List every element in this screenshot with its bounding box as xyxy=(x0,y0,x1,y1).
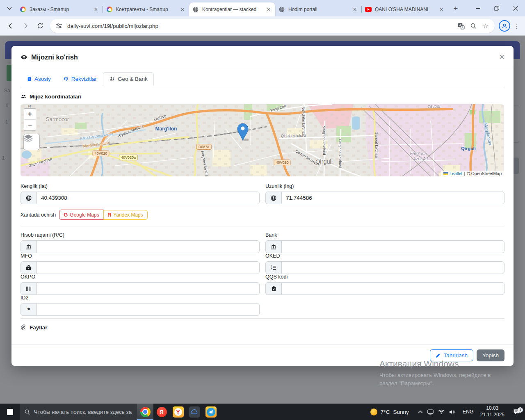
tab-close-icon[interactable]: × xyxy=(265,6,272,13)
tab-close-icon[interactable]: × xyxy=(352,6,358,13)
field-qqs: QQS kodi xyxy=(265,274,504,295)
zoom-icon[interactable] xyxy=(469,22,477,30)
leaflet-link[interactable]: Leaflet xyxy=(450,171,463,176)
site-settings-icon[interactable] xyxy=(55,22,63,30)
longitude-input[interactable] xyxy=(281,192,504,204)
youtube-favicon xyxy=(365,6,372,13)
tab-close-icon[interactable]: × xyxy=(93,6,99,13)
tab-rekvizitlar[interactable]: Rekvizitlar xyxy=(57,72,103,86)
taskbar-weather[interactable]: 7°C Sunny xyxy=(365,409,414,415)
browser-tab-kontragentlar-active[interactable]: Kontragentlar — stacked × xyxy=(189,2,275,16)
okpo-input[interactable] xyxy=(37,282,260,295)
globe-favicon xyxy=(192,6,199,13)
browser-tab-kontragenty[interactable]: Контрагенты - Smartup × xyxy=(103,2,189,16)
account-number-input[interactable] xyxy=(37,240,260,253)
wifi-icon[interactable] xyxy=(438,409,445,414)
field-id2: ID2 * xyxy=(21,295,260,316)
zoom-out-button[interactable]: − xyxy=(24,120,36,130)
reload-button[interactable] xyxy=(34,19,47,32)
map-layers-button[interactable] xyxy=(23,134,40,150)
bank-input[interactable] xyxy=(281,240,504,253)
dimmed-table-text: 1- xyxy=(2,155,7,161)
taskbar-clock[interactable]: 10:03 21.11.2025 xyxy=(477,405,508,418)
weather-desc: Sunny xyxy=(393,409,409,415)
taskbar-search[interactable]: Чтобы начать поиск, введите здесь запрос xyxy=(20,404,137,420)
volume-icon[interactable] xyxy=(449,409,455,415)
tab-search-chevron-icon[interactable] xyxy=(4,3,15,14)
clipboard-icon xyxy=(27,76,32,82)
action-center-button[interactable]: 1 xyxy=(508,409,525,415)
new-tab-button[interactable]: + xyxy=(450,3,461,14)
field-okpo: OKPO xyxy=(21,274,260,295)
edit-button[interactable]: Tahrirlash xyxy=(430,349,473,361)
open-in-maps-label: Xaritada ochish xyxy=(21,212,56,218)
translate-icon[interactable]: A文 xyxy=(457,22,465,30)
id2-input[interactable] xyxy=(37,303,260,316)
map-attribution: Leaflet | © OpenStreetMap xyxy=(441,171,504,176)
map-label: Marg'ilon ko'chasi xyxy=(322,126,326,155)
bank-icon xyxy=(265,240,281,253)
osm-link[interactable]: © OpenStreetMap xyxy=(467,171,502,176)
address-bar[interactable]: daily-suvi.com/19l/public/mijozlar.php A… xyxy=(50,19,495,33)
tab-close-icon[interactable]: × xyxy=(179,6,186,13)
map-label: kochasi xyxy=(153,114,167,122)
google-maps-label: Google Maps xyxy=(70,212,99,218)
yandex-search-icon: Y xyxy=(173,406,184,418)
field-latitude: Kenglik (lat) xyxy=(21,183,260,204)
browser-tab-hodim[interactable]: Hodim portali × xyxy=(275,2,361,16)
oked-input[interactable] xyxy=(281,261,504,274)
latitude-input[interactable] xyxy=(37,192,260,204)
field-label: Uzunlik (lng) xyxy=(265,183,504,189)
zoom-in-button[interactable]: + xyxy=(24,109,36,120)
browser-tab-zakazy[interactable]: Заказы - Smartup × xyxy=(16,2,103,16)
modal-close-icon[interactable]: × xyxy=(499,52,504,62)
field-label: ID2 xyxy=(21,295,260,301)
users-icon xyxy=(109,76,115,82)
browser-tab-youtube[interactable]: QANI O'SHA MADINANI × xyxy=(362,2,448,16)
map-label: Qo'qon ko'chasi xyxy=(294,149,319,166)
taskbar-chrome[interactable] xyxy=(137,404,153,420)
taskbar-telegram[interactable] xyxy=(203,404,219,420)
browser-menu-icon[interactable]: ⋮ xyxy=(512,22,522,30)
field-mfo: MFO xyxy=(21,253,260,274)
window-controls xyxy=(468,0,525,16)
yandex-maps-button[interactable]: Я Yandex Maps xyxy=(103,210,148,220)
map-label: Neftchilar ko'chasi xyxy=(301,107,306,137)
smartup-favicon xyxy=(20,6,26,13)
taskbar-cloud-app[interactable] xyxy=(186,404,203,420)
ukraine-flag-icon xyxy=(443,172,448,175)
leaflet-map[interactable]: SarmozorMarg'ilonHiyobon kochasikochasiK… xyxy=(21,104,504,176)
tab-asosiy[interactable]: Asosiy xyxy=(21,72,57,86)
url-text[interactable]: daily-suvi.com/19l/public/mijozlar.php xyxy=(67,23,453,29)
window-close-button[interactable] xyxy=(506,0,525,16)
profile-avatar[interactable] xyxy=(499,20,510,32)
tab-title: Контрагенты - Smartup xyxy=(116,7,176,12)
modal-body: Mijoz koordinatalari xyxy=(11,86,514,345)
window-restore-button[interactable] xyxy=(487,0,506,16)
back-button[interactable] xyxy=(4,19,17,32)
tray-expand-icon[interactable] xyxy=(418,410,423,413)
map-label: Marg'ilon shahri xyxy=(82,140,110,148)
bookmark-star-icon[interactable]: ☆ xyxy=(482,22,490,30)
device-icon[interactable] xyxy=(427,409,434,415)
google-maps-button[interactable]: G Google Maps xyxy=(59,210,104,220)
close-modal-button[interactable]: Yopish xyxy=(477,349,504,361)
taskbar-yandex-search[interactable]: Y xyxy=(170,404,186,420)
modal-tab-bar: Asosiy Rekvizitlar Geo & Bank xyxy=(21,72,504,86)
window-minimize-button[interactable] xyxy=(468,0,487,16)
forward-button[interactable] xyxy=(19,19,32,32)
taskbar-yandex-browser[interactable]: Я xyxy=(153,404,170,420)
language-indicator[interactable]: ENG xyxy=(459,409,477,415)
pencil-icon xyxy=(436,353,441,358)
mfo-input[interactable] xyxy=(37,261,260,274)
watermark-line2: раздел "Параметры". xyxy=(379,380,434,386)
modal-footer: Tahrirlash Yopish xyxy=(11,345,514,366)
qqs-input[interactable] xyxy=(281,282,504,295)
field-label: Bank xyxy=(265,232,504,238)
tab-close-icon[interactable]: × xyxy=(438,6,445,13)
field-label: OKPO xyxy=(21,274,260,280)
tab-title: QANI O'SHA MADINANI xyxy=(375,7,435,12)
start-button[interactable] xyxy=(0,404,20,420)
tab-geo-bank[interactable]: Geo & Bank xyxy=(103,72,154,86)
map-label: Ghum ko'chasi xyxy=(28,157,52,168)
